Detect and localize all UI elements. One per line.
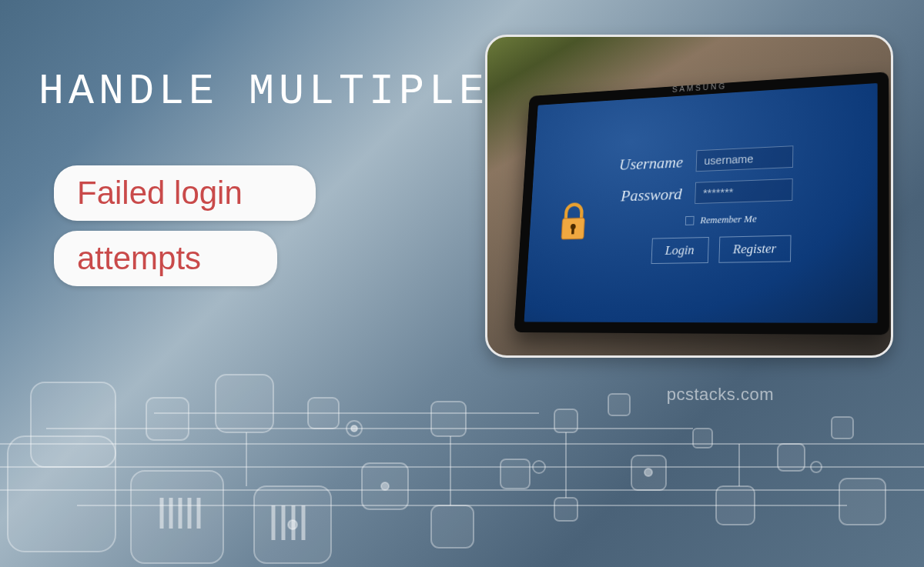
svg-rect-22 [608, 394, 630, 415]
svg-rect-21 [554, 498, 578, 521]
login-button[interactable]: Login [651, 237, 708, 264]
svg-rect-26 [778, 444, 805, 471]
svg-rect-12 [146, 398, 189, 440]
svg-point-45 [346, 421, 362, 436]
tablet-illustration: SAMSUNG Username username Password *****… [485, 35, 893, 358]
svg-rect-23 [631, 455, 666, 490]
username-field[interactable]: username [696, 145, 794, 172]
svg-rect-19 [500, 459, 530, 489]
svg-rect-16 [362, 463, 408, 509]
svg-rect-11 [131, 471, 223, 563]
pill-attempts: attempts [54, 231, 277, 286]
headline: HANDLE MULTIPLE [38, 65, 489, 118]
svg-rect-15 [308, 398, 339, 429]
svg-point-29 [288, 520, 297, 529]
password-row: Password ******* [604, 178, 793, 207]
tablet-brand: SAMSUNG [672, 82, 728, 94]
svg-rect-27 [832, 417, 853, 439]
svg-point-48 [811, 462, 822, 472]
svg-point-31 [644, 469, 652, 476]
svg-rect-28 [839, 479, 886, 525]
svg-rect-9 [8, 436, 116, 552]
svg-rect-18 [431, 505, 474, 548]
pill-failed-login: Failed login [54, 165, 316, 221]
svg-point-30 [381, 482, 389, 490]
svg-rect-20 [554, 409, 578, 432]
svg-rect-17 [431, 402, 466, 436]
svg-rect-13 [216, 375, 273, 432]
svg-point-47 [533, 461, 545, 473]
watermark: pcstacks.com [667, 385, 774, 405]
circuit-decoration [0, 352, 924, 567]
username-label: Username [605, 152, 684, 175]
lock-icon [559, 202, 588, 242]
remember-label: Remember Me [700, 212, 757, 226]
register-button[interactable]: Register [718, 235, 792, 263]
svg-rect-10 [31, 382, 116, 467]
password-field[interactable]: ******* [695, 178, 793, 204]
svg-rect-14 [254, 486, 331, 563]
password-label: Password [604, 184, 682, 206]
svg-rect-25 [716, 486, 755, 525]
remember-row[interactable]: Remember Me [685, 212, 757, 226]
svg-rect-2 [571, 228, 574, 234]
svg-rect-24 [693, 429, 712, 448]
remember-checkbox[interactable] [685, 216, 695, 225]
username-row: Username username [605, 145, 793, 175]
svg-point-46 [351, 425, 357, 432]
